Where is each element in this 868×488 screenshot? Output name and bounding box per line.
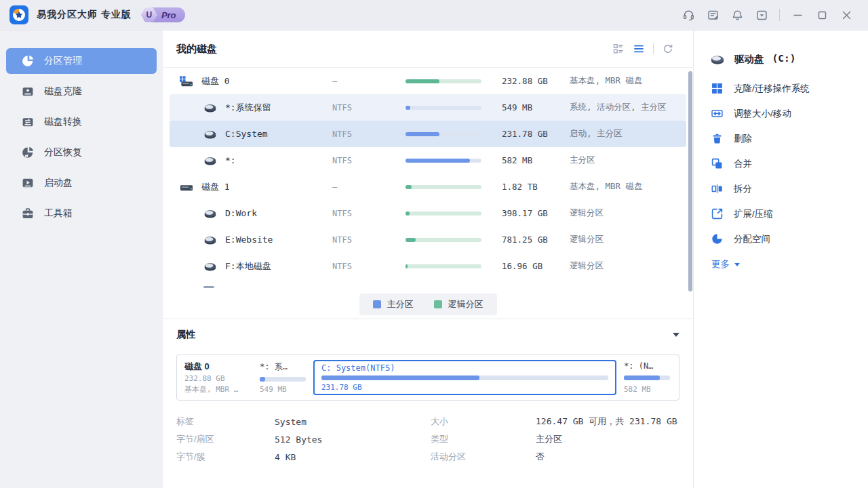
property-fields: 标签 System 字节/扇区 512 Bytes 字节/簇 4 KB [176, 413, 679, 466]
row-filesystem: NTFS [332, 262, 406, 271]
disk-table-row[interactable]: *: NTFS 582 MB 主分区 [170, 147, 686, 174]
boot-disk-icon [22, 177, 34, 189]
drive-letter: (C:) [772, 53, 796, 66]
disk-table-row[interactable]: *:系统保留 NTFS 549 MB 系统, 活动分区, 主分区 [170, 94, 686, 121]
partition-block-system-reserved[interactable]: *: 系… 549 MB [258, 360, 307, 395]
toolbar-divider [653, 43, 654, 54]
row-filesystem: NTFS [332, 156, 406, 165]
pie-partition-icon [22, 55, 34, 67]
vertical-scrollbar[interactable] [688, 71, 692, 291]
disk-clone-icon [22, 85, 34, 98]
grid-view-icon[interactable] [608, 39, 629, 58]
property-label: 标签 [176, 415, 275, 428]
row-filesystem: NTFS [332, 103, 406, 113]
properties-section: 属性 磁盘 0 232.88 GB 基本盘, MBR … *: 系… 549 M… [163, 319, 693, 488]
row-name: E:Website [225, 235, 273, 245]
action-merge[interactable]: 合并 [694, 151, 868, 176]
row-size: 232.88 GB [502, 76, 570, 86]
app-logo-icon [9, 5, 28, 24]
row-name: *: [225, 155, 236, 165]
row-usage-bar [406, 106, 502, 110]
row-name: 磁盘 1 [201, 181, 230, 193]
drive-icon [203, 155, 217, 166]
partition-block-c-system[interactable]: C: System(NTFS) 231.78 GB [313, 360, 616, 395]
row-usage-bar [406, 238, 502, 242]
disk-table-row[interactable]: 磁盘 1 – 1.82 TB 基本盘, MBR 磁盘 [170, 174, 686, 200]
logical-partition-swatch [434, 300, 442, 308]
action-label: 分配空间 [734, 233, 770, 245]
property-value: 126.47 GB 可用，共 231.78 GB [536, 415, 677, 428]
property-field: 活动分区 否 [431, 448, 679, 466]
row-filesystem: NTFS [332, 235, 406, 245]
disk-table-row[interactable]: C:System NTFS 231.78 GB 启动, 主分区 [170, 121, 686, 147]
maximize-button[interactable] [810, 4, 834, 26]
disk-table-row[interactable]: F:本地磁盘 NTFS 16.96 GB 逻辑分区 [170, 253, 686, 279]
minimize-button[interactable] [785, 4, 810, 26]
refresh-icon[interactable] [658, 39, 678, 58]
sidebar-item-disk-convert[interactable]: 磁盘转换 [6, 109, 157, 135]
sidebar-item-partition-recovery[interactable]: 分区恢复 [6, 140, 157, 165]
disk-table-row[interactable]: D:Work NTFS 398.17 GB 逻辑分区 [170, 200, 686, 226]
feedback-icon[interactable] [701, 4, 725, 26]
row-type-info: 主分区 [570, 155, 686, 166]
sidebar-item-disk-clone[interactable]: 磁盘克隆 [6, 79, 157, 104]
trash-icon [711, 133, 723, 144]
property-label: 活动分区 [431, 451, 536, 463]
disk-table-row[interactable]: E:Website NTFS 781.25 GB 逻辑分区 [170, 226, 686, 253]
row-type-info: 启动, 主分区 [570, 128, 686, 140]
disk-table-row[interactable]: 磁盘 0 – 232.88 GB 基本盘, MBR 磁盘 [170, 68, 686, 94]
drive-icon [203, 129, 217, 140]
more-actions-button[interactable]: 更多 [694, 254, 868, 274]
app-window: 易我分区大师 专业版 U Pro [0, 0, 868, 488]
disk-map-disk-info[interactable]: 磁盘 0 232.88 GB 基本盘, MBR … [184, 360, 252, 395]
page-title: 我的磁盘 [176, 43, 217, 56]
headset-support-icon[interactable] [676, 4, 701, 26]
menu-dropdown-icon[interactable] [749, 4, 774, 26]
drive-icon [203, 208, 217, 219]
row-filesystem: – [332, 77, 406, 86]
row-name: *:系统保留 [225, 102, 271, 114]
action-delete[interactable]: 删除 [694, 126, 868, 151]
resize-move-icon [711, 108, 723, 119]
chevron-down-icon [734, 263, 740, 266]
action-extend-shrink[interactable]: 扩展/压缩 [694, 201, 868, 226]
property-label: 字节/簇 [176, 451, 275, 463]
row-name: F:本地磁盘 [225, 260, 271, 272]
list-view-icon[interactable] [629, 39, 649, 58]
row-size: 1.82 TB [502, 182, 570, 192]
legend-label: 逻辑分区 [448, 298, 484, 310]
sidebar-item-boot-disk[interactable]: 启动盘 [6, 170, 157, 196]
action-clone-migrate-os[interactable]: 克隆/迁移操作系统 [694, 76, 868, 101]
property-field: 字节/扇区 512 Bytes [176, 430, 431, 448]
property-value: 4 KB [275, 452, 296, 462]
action-allocate-space[interactable]: 分配空间 [694, 226, 868, 251]
row-size: 549 MB [502, 102, 570, 113]
partition-block-unnamed[interactable]: *: (N… 582 MB [623, 360, 671, 395]
property-value: 512 Bytes [275, 434, 322, 445]
property-label: 大小 [431, 415, 536, 428]
primary-partition-swatch [373, 300, 381, 308]
sidebar-item-label: 工具箱 [44, 207, 73, 220]
row-type-info: 逻辑分区 [570, 234, 686, 245]
row-type-info: 基本盘, MBR 磁盘 [570, 75, 686, 87]
close-button[interactable] [834, 4, 859, 26]
notification-bell-icon[interactable] [725, 4, 749, 26]
action-split[interactable]: 拆分 [694, 176, 868, 201]
drive-icon [203, 102, 217, 113]
row-usage-bar [406, 79, 502, 83]
action-label: 调整大小/移动 [734, 108, 791, 120]
row-name: C:System [225, 129, 268, 139]
sidebar-item-partition-manager[interactable]: 分区管理 [6, 48, 157, 74]
property-label: 类型 [431, 433, 536, 445]
sidebar-item-label: 磁盘克隆 [44, 85, 82, 98]
collapse-properties-icon[interactable] [673, 333, 679, 337]
selected-drive-header: 驱动盘 (C:) [694, 49, 868, 69]
action-resize-move[interactable]: 调整大小/移动 [694, 101, 868, 126]
action-label: 删除 [734, 133, 752, 145]
property-field: 字节/簇 4 KB [176, 448, 431, 466]
row-usage-bar [406, 132, 502, 136]
partition-recovery-icon [22, 146, 34, 159]
sidebar-item-toolbox[interactable]: 工具箱 [6, 201, 157, 226]
partition-type-legend: 主分区 逻辑分区 [359, 293, 497, 315]
action-label: 克隆/迁移操作系统 [734, 83, 810, 95]
